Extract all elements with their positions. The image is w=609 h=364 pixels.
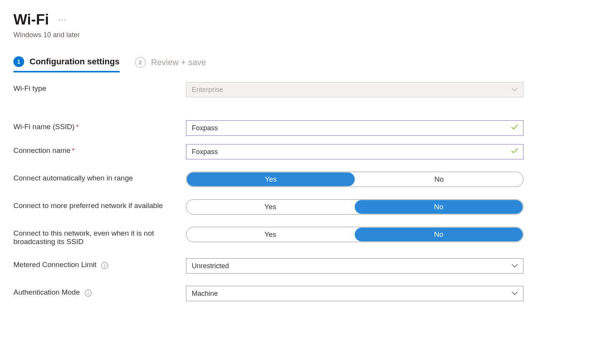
connect-hidden-no[interactable]: No: [355, 228, 523, 241]
auth-mode-select[interactable]: Machine: [186, 286, 523, 301]
connection-name-label: Connection name: [13, 146, 71, 154]
connect-auto-no[interactable]: No: [355, 172, 523, 187]
page-subtitle: Windows 10 and later: [13, 31, 596, 39]
chevron-down-icon: [512, 264, 518, 268]
connect-auto-label: Connect automatically when in range: [13, 174, 133, 182]
chevron-down-icon: [512, 292, 518, 295]
wifi-type-label: Wi-Fi type: [13, 84, 46, 92]
tab-configuration-settings[interactable]: 1 Configuration settings: [13, 56, 120, 72]
tab-review-save[interactable]: 2 Review + save: [135, 57, 206, 72]
ssid-label: Wi-Fi name (SSID): [13, 123, 74, 131]
required-indicator: *: [76, 124, 78, 130]
metered-label: Metered Connection Limit: [13, 261, 97, 269]
wifi-type-select[interactable]: Enterprise: [186, 82, 523, 97]
chevron-down-icon: [512, 88, 518, 92]
connect-hidden-yes[interactable]: Yes: [186, 227, 354, 242]
tab-label: Review + save: [151, 57, 206, 67]
metered-select[interactable]: Unrestricted: [186, 258, 523, 274]
connection-name-input[interactable]: [192, 148, 518, 156]
tab-label: Configuration settings: [30, 57, 120, 67]
metered-value: Unrestricted: [192, 262, 229, 270]
info-icon[interactable]: i: [101, 262, 108, 269]
tab-step-number: 1: [13, 56, 24, 67]
ssid-input[interactable]: [192, 124, 518, 132]
info-icon[interactable]: i: [85, 290, 92, 297]
connection-name-input-wrapper: [186, 144, 523, 159]
page-title: Wi-Fi: [13, 11, 49, 28]
check-icon: [511, 148, 518, 156]
connect-auto-yes[interactable]: Yes: [187, 172, 355, 186]
connect-preferred-no[interactable]: No: [355, 200, 523, 214]
auth-mode-label: Authentication Mode: [13, 288, 80, 296]
connect-preferred-toggle: Yes No: [186, 199, 523, 215]
ssid-input-wrapper: [186, 120, 523, 136]
connect-preferred-yes[interactable]: Yes: [186, 200, 354, 214]
check-icon: [511, 124, 518, 132]
auth-mode-value: Machine: [192, 290, 218, 298]
tab-step-number: 2: [135, 57, 146, 68]
required-indicator: *: [72, 148, 74, 154]
connect-hidden-toggle: Yes No: [186, 227, 523, 242]
wifi-type-value: Enterprise: [192, 86, 223, 94]
connect-preferred-label: Connect to more preferred network if ava…: [13, 202, 163, 210]
more-actions-button[interactable]: ···: [59, 16, 67, 24]
wizard-tabs: 1 Configuration settings 2 Review + save: [13, 56, 596, 72]
connect-auto-toggle: Yes No: [186, 172, 523, 187]
connect-hidden-label: Connect to this network, even when it is…: [13, 229, 154, 246]
